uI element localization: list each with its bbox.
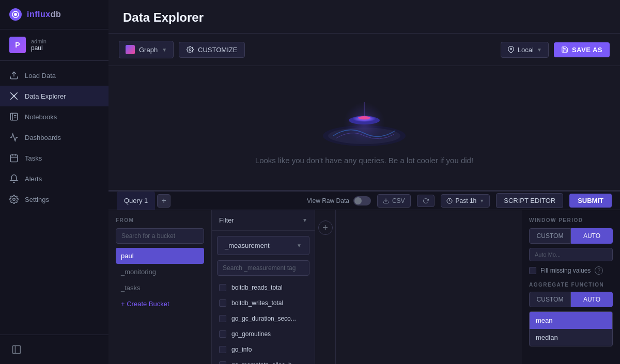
agg-item-label-mean: mean <box>536 316 553 324</box>
toolbar-right: Local ▼ SAVE AS <box>501 42 610 58</box>
sidebar-item-tasks[interactable]: Tasks <box>0 148 109 168</box>
window-period-buttons: CUSTOM AUTO <box>529 228 613 244</box>
svg-point-11 <box>13 198 16 201</box>
measurement-item-3[interactable]: go_goroutines <box>212 326 315 342</box>
bucket-name-monitoring: _monitoring <box>121 268 156 276</box>
sidebar-item-notebooks[interactable]: Notebooks <box>0 106 109 127</box>
window-period-auto-button[interactable]: AUTO <box>571 228 613 244</box>
dashboard-icon <box>9 133 19 142</box>
customize-button[interactable]: CUSTOMIZE <box>179 42 245 58</box>
agg-function-dropdown: mean median <box>529 311 613 346</box>
sidebar: influxdb P admin paul Load Data Data Exp… <box>0 0 109 364</box>
measurement-item-0[interactable]: boltdb_reads_total <box>212 280 315 295</box>
script-editor-button[interactable]: SCRIPT EDITOR <box>496 193 563 208</box>
measurement-item-5[interactable]: go_memstats_alloc_b... <box>212 357 315 364</box>
page-title: Data Explorer <box>123 10 606 25</box>
from-panel: FROM paul _monitoring _tasks + Create Bu… <box>109 210 212 364</box>
nav-label-dashboards: Dashboards <box>25 134 61 141</box>
explorer-icon <box>9 91 19 101</box>
sidebar-item-dashboards[interactable]: Dashboards <box>0 127 109 148</box>
bucket-search-input[interactable] <box>116 228 204 244</box>
query-tab-label: Query 1 <box>124 197 148 204</box>
measurement-checkbox-4[interactable] <box>219 346 226 353</box>
graph-selector[interactable]: Graph ▼ <box>119 41 174 58</box>
sidebar-item-settings[interactable]: Settings <box>0 189 109 210</box>
query-tab-1[interactable]: Query 1 <box>117 192 155 210</box>
aggregate-function-buttons: CUSTOM AUTO <box>529 292 613 307</box>
bucket-name-paul: paul <box>121 252 134 260</box>
svg-point-1 <box>14 13 17 16</box>
toolbar-left: Graph ▼ CUSTOMIZE <box>119 41 245 58</box>
time-range-button[interactable]: Past 1h ▼ <box>441 194 490 208</box>
add-query-button[interactable]: + <box>157 194 171 208</box>
fill-missing-checkbox[interactable] <box>529 267 536 274</box>
alerts-icon <box>9 174 19 183</box>
refresh-icon <box>423 198 429 204</box>
submit-label: SUBMIT <box>578 197 603 204</box>
time-label: Past 1h <box>456 197 477 204</box>
measurement-checkbox-2[interactable] <box>219 315 226 322</box>
nav-label-tasks: Tasks <box>25 154 42 162</box>
measurement-name-2: go_gc_duration_seco... <box>231 315 296 322</box>
agg-auto-button[interactable]: AUTO <box>571 292 613 307</box>
window-period-custom-button[interactable]: CUSTOM <box>529 228 571 244</box>
local-button[interactable]: Local ▼ <box>501 42 549 58</box>
sidebar-collapse-button[interactable] <box>9 342 24 357</box>
fill-missing-help-icon[interactable]: ? <box>595 266 603 275</box>
agg-item-mean[interactable]: mean <box>530 312 612 329</box>
csv-button[interactable]: CSV <box>377 194 411 208</box>
user-name: paul <box>31 44 47 52</box>
sidebar-item-alerts[interactable]: Alerts <box>0 168 109 189</box>
pin-icon <box>507 46 515 53</box>
measurement-checkbox-5[interactable] <box>219 361 226 364</box>
bucket-item-tasks[interactable]: _tasks <box>116 280 204 296</box>
filter-chevron-icon: ▼ <box>302 217 307 223</box>
bucket-item-paul[interactable]: paul <box>116 248 204 264</box>
nav-label-data-explorer: Data Explorer <box>25 92 66 100</box>
measurement-label: _measurement <box>225 242 270 249</box>
measurement-checkbox-3[interactable] <box>219 330 226 338</box>
refresh-button[interactable] <box>417 195 435 207</box>
agg-custom-button[interactable]: CUSTOM <box>529 292 571 307</box>
query-panels: FROM paul _monitoring _tasks + Create Bu… <box>109 210 620 364</box>
empty-chart-visual <box>307 92 421 149</box>
chart-placeholder: Looks like you don't have any queries. B… <box>255 92 473 165</box>
measurement-item-4[interactable]: go_info <box>212 342 315 357</box>
csv-label: CSV <box>392 197 405 204</box>
svg-point-2 <box>13 96 15 97</box>
time-chevron-icon: ▼ <box>479 198 484 203</box>
sidebar-item-load-data[interactable]: Load Data <box>0 65 109 86</box>
graph-type-icon <box>126 45 135 54</box>
filter-panel: Filter ▼ _measurement ▼ boltdb_reads_tot… <box>212 210 315 364</box>
svg-rect-7 <box>10 155 18 162</box>
fill-missing-label: Fill missing values <box>540 267 591 274</box>
user-section[interactable]: P admin paul <box>0 29 109 61</box>
query-tab-controls: View Raw Data CSV Past 1h ▼ <box>307 193 612 208</box>
from-panel-label: FROM <box>116 217 204 223</box>
save-button[interactable]: SAVE AS <box>554 42 610 57</box>
agg-item-median[interactable]: median <box>530 329 612 346</box>
bucket-item-monitoring[interactable]: _monitoring <box>116 264 204 280</box>
measurement-search-input[interactable] <box>217 260 309 276</box>
user-info: admin paul <box>31 38 47 52</box>
sidebar-item-data-explorer[interactable]: Data Explorer <box>0 86 109 106</box>
measurement-checkbox-1[interactable] <box>219 299 226 307</box>
measurement-selector[interactable]: _measurement ▼ <box>217 236 309 255</box>
measurement-name-1: boltdb_writes_total <box>231 299 283 307</box>
svg-point-14 <box>189 49 191 51</box>
measurement-item-1[interactable]: boltdb_writes_total <box>212 295 315 311</box>
fill-missing-container: Fill missing values ? <box>529 266 613 275</box>
measurement-checkbox-0[interactable] <box>219 284 226 291</box>
sidebar-bottom <box>0 335 109 364</box>
graph-selector-label: Graph <box>139 46 158 54</box>
nav-label-alerts: Alerts <box>25 175 42 183</box>
add-filter-button[interactable]: + <box>318 220 333 235</box>
submit-button[interactable]: SUBMIT <box>569 194 612 208</box>
view-raw-label: View Raw Data <box>307 197 349 204</box>
local-label: Local <box>518 46 534 54</box>
agg-item-label-median: median <box>536 334 558 341</box>
measurement-item-2[interactable]: go_gc_duration_seco... <box>212 311 315 326</box>
view-raw-toggle[interactable] <box>353 196 371 205</box>
create-bucket-link[interactable]: + Create Bucket <box>116 296 204 312</box>
create-bucket-label: + Create Bucket <box>121 300 169 308</box>
